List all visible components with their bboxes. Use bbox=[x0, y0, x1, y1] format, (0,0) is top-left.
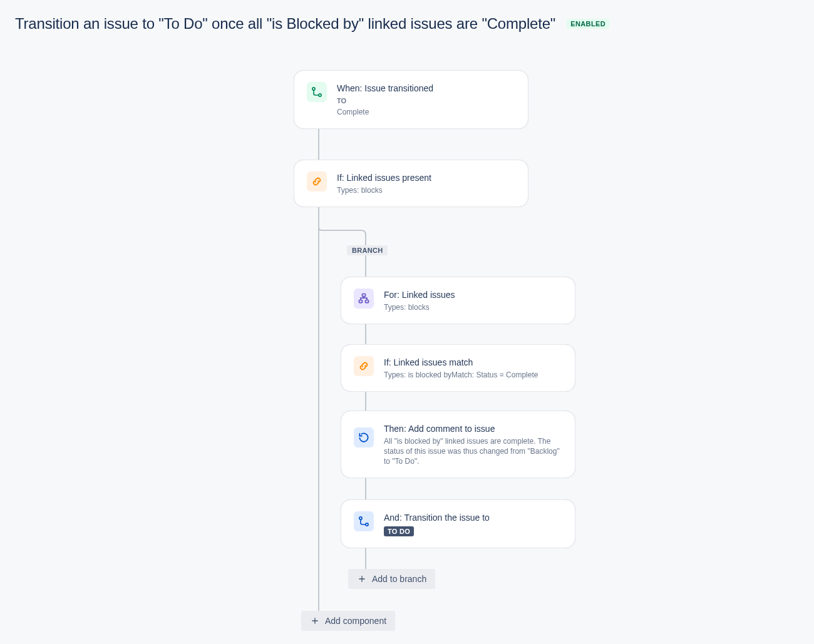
plus-icon bbox=[357, 574, 367, 584]
svg-point-0 bbox=[312, 88, 315, 90]
condition-card-linked-present[interactable]: If: Linked issues present Types: blocks bbox=[294, 160, 528, 207]
link-icon bbox=[354, 356, 374, 376]
condition1-title: If: Linked issues present bbox=[337, 171, 431, 184]
automation-rule-builder: Transition an issue to "To Do" once all … bbox=[0, 0, 814, 644]
trigger-status: Complete bbox=[337, 107, 433, 117]
add-to-branch-button[interactable]: Add to branch bbox=[348, 569, 435, 589]
add-to-branch-label: Add to branch bbox=[372, 574, 426, 584]
tree-icon bbox=[354, 289, 374, 309]
branch-for-card[interactable]: For: Linked issues Types: blocks bbox=[341, 277, 575, 324]
status-badge: ENABLED bbox=[567, 19, 609, 29]
branch-then-comment-card[interactable]: Then: Add comment to issue All "is block… bbox=[341, 411, 575, 478]
branch-and-title: And: Transition the issue to bbox=[384, 511, 490, 524]
header: Transition an issue to "To Do" once all … bbox=[15, 15, 799, 33]
link-icon bbox=[307, 171, 327, 192]
branch-if-card[interactable]: If: Linked issues match Types: is blocke… bbox=[341, 344, 575, 392]
add-component-label: Add component bbox=[325, 616, 386, 626]
branch-if-sub: Types: is blocked byMatch: Status = Comp… bbox=[384, 370, 538, 380]
branch-then-title: Then: Add comment to issue bbox=[384, 422, 562, 435]
page-title: Transition an issue to "To Do" once all … bbox=[15, 15, 555, 33]
svg-rect-4 bbox=[366, 300, 369, 303]
branch-chip: BRANCH bbox=[347, 245, 388, 255]
svg-rect-3 bbox=[359, 300, 363, 303]
condition1-sub: Types: blocks bbox=[337, 185, 431, 195]
branch-for-title: For: Linked issues bbox=[384, 289, 455, 301]
refresh-icon bbox=[354, 427, 374, 447]
branch-and-transition-card[interactable]: And: Transition the issue to TO DO bbox=[341, 499, 575, 548]
add-component-button[interactable]: Add component bbox=[301, 611, 395, 631]
trigger-title: When: Issue transitioned bbox=[337, 82, 433, 95]
transition-icon bbox=[354, 511, 374, 531]
branch-then-sub: All "is blocked by" linked issues are co… bbox=[384, 436, 562, 466]
branch-if-title: If: Linked issues match bbox=[384, 356, 538, 369]
status-lozenge: TO DO bbox=[384, 526, 414, 536]
svg-point-6 bbox=[366, 523, 368, 526]
trigger-card[interactable]: When: Issue transitioned TO Complete bbox=[294, 70, 528, 129]
svg-rect-2 bbox=[363, 294, 366, 297]
trigger-to-label: TO bbox=[337, 96, 433, 106]
plus-icon bbox=[310, 616, 320, 626]
svg-point-5 bbox=[359, 517, 362, 519]
transition-icon bbox=[307, 82, 327, 102]
svg-point-1 bbox=[319, 94, 321, 96]
branch-for-sub: Types: blocks bbox=[384, 302, 455, 312]
